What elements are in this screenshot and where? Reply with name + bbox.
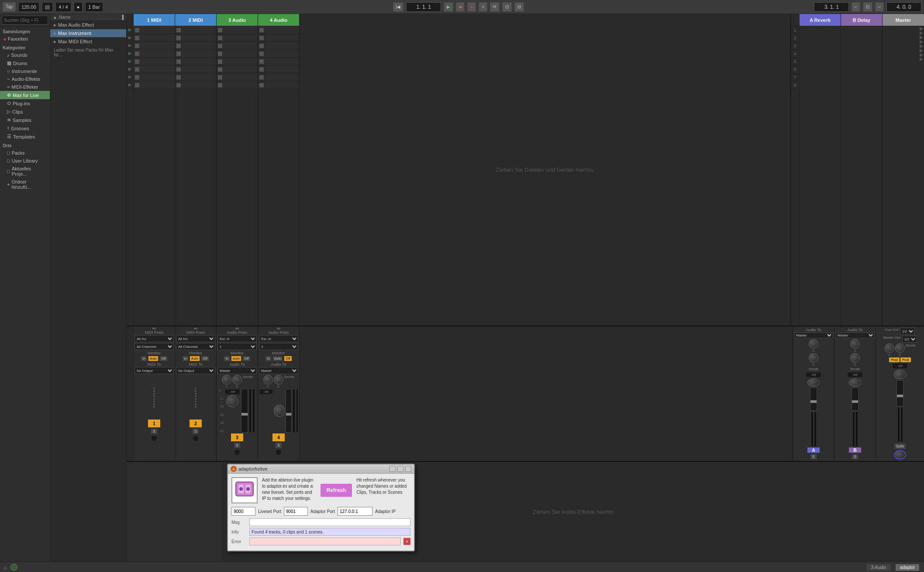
dialog-close-button[interactable]: × xyxy=(405,466,411,472)
post-btn-1[interactable]: Post xyxy=(889,357,900,362)
track-num-2[interactable]: 2 xyxy=(190,419,202,427)
all-channels-select-1[interactable]: All Channels xyxy=(134,343,174,350)
sidebar-item-grooves[interactable]: ⌇ Grooves xyxy=(0,124,50,132)
follow-button[interactable]: ⊟ xyxy=(514,2,524,12)
mon-in-4[interactable]: In xyxy=(265,356,272,361)
send-a-knob-4[interactable] xyxy=(263,375,273,385)
mon-off-2[interactable]: Off xyxy=(201,356,209,361)
scene-1-launch[interactable] xyxy=(127,26,133,34)
track-2-slot-8[interactable] xyxy=(175,81,216,89)
mon-auto-3[interactable]: Auto xyxy=(231,356,241,361)
scene-8-launch[interactable] xyxy=(127,81,133,89)
track-2-slot-2[interactable] xyxy=(175,34,216,42)
master-header[interactable]: Master xyxy=(883,14,924,26)
sidebar-item-clips[interactable]: ▷ Clips xyxy=(0,107,50,116)
track-3-slot-5[interactable] xyxy=(217,58,258,66)
sidebar-item-sounds[interactable]: ♪ Sounds xyxy=(0,51,50,59)
sidebar-item-midi-effects[interactable]: ≈ MIDI-Effekte xyxy=(0,83,50,91)
arm-btn-2[interactable] xyxy=(193,435,199,441)
scene-launch-7-right[interactable] xyxy=(920,53,923,57)
sidebar-item-templates[interactable]: ☰ Templates xyxy=(0,132,50,141)
track-num-1[interactable]: 1 xyxy=(148,419,160,427)
audio-input-select-3[interactable]: 1 xyxy=(217,343,257,350)
track-1-slot-2[interactable] xyxy=(134,34,175,42)
clip-start-marker[interactable]: ⌐ xyxy=(852,2,860,12)
solo-btn-1[interactable]: S xyxy=(151,428,158,434)
midi-to-select-2[interactable]: No Output xyxy=(176,367,215,374)
dialog-help-button[interactable]: ? xyxy=(390,466,396,472)
master-send-a[interactable] xyxy=(885,343,894,353)
track-4-header[interactable]: 4 Audio xyxy=(258,14,299,26)
end-position2-display[interactable]: 4. 0. 0 xyxy=(886,2,921,12)
track-1-header[interactable]: 1 MIDI xyxy=(134,14,175,26)
scene-launch-3-right[interactable] xyxy=(920,36,923,39)
track-4-slot-8[interactable] xyxy=(258,81,299,89)
track-2-slot-5[interactable] xyxy=(175,58,216,66)
bottom-tab-adaptor[interactable]: adaptor xyxy=(895,564,920,571)
fader-level-knob-a[interactable] xyxy=(807,378,820,387)
volume-fader-a[interactable] xyxy=(810,388,817,411)
scene-3-launch[interactable] xyxy=(127,42,133,50)
track-3-header[interactable]: 3 Audio xyxy=(217,14,258,26)
midi-from-select-1[interactable]: All Ins xyxy=(134,335,174,342)
browser-item-max-midi-effect[interactable]: ▶ Max MIDI Effect xyxy=(50,38,126,46)
scene-launch-1-right[interactable] xyxy=(920,27,923,31)
track-1-slot-5[interactable] xyxy=(134,58,175,66)
audio-from-select-3[interactable]: Ext. In xyxy=(217,335,257,342)
send-knob-a[interactable] xyxy=(809,339,818,349)
arm-btn-1[interactable] xyxy=(151,435,157,441)
sidebar-item-drums[interactable]: ▦ Drums xyxy=(0,59,50,67)
scene-6-launch[interactable] xyxy=(127,66,133,73)
refresh-button[interactable]: Refresh xyxy=(321,484,352,497)
midi-to-select-1[interactable]: No Output xyxy=(134,367,174,374)
scene-launch-2-right[interactable] xyxy=(920,31,923,35)
track-4-slot-2[interactable] xyxy=(258,34,299,42)
track-4-slot-5[interactable] xyxy=(258,58,299,66)
mon-auto-1[interactable]: Auto xyxy=(148,356,159,361)
scene-launch-6-right[interactable] xyxy=(920,49,923,52)
scene-7-launch[interactable] xyxy=(127,73,133,81)
send-knob-b[interactable] xyxy=(809,353,818,363)
audio-to-select-3[interactable]: Master xyxy=(217,367,257,374)
sidebar-item-samples[interactable]: ≋ Samples xyxy=(0,116,50,124)
loop-button[interactable]: ⟳ xyxy=(490,2,500,12)
solo-btn-b[interactable]: S xyxy=(852,454,858,460)
zoom-button[interactable]: ⊡ xyxy=(502,2,512,12)
send-b-knob-3[interactable] xyxy=(232,375,242,385)
solo-btn-4[interactable]: S xyxy=(275,442,282,448)
solo-btn-3[interactable]: S xyxy=(234,442,241,448)
solo-master[interactable]: Solo xyxy=(894,443,906,449)
send-knob-bb[interactable] xyxy=(850,353,860,363)
sidebar-item-user-library[interactable]: □ User Library xyxy=(0,157,50,165)
track-4-slot-6[interactable] xyxy=(258,66,299,73)
tap-button[interactable]: Tap xyxy=(3,2,16,12)
sidebar-item-plug-ins[interactable]: ⊙ Plug-ins xyxy=(0,99,50,107)
mon-in-2[interactable]: In xyxy=(182,356,189,361)
time-sig-display[interactable]: 4 / 4 xyxy=(55,2,71,12)
volume-fader-b[interactable] xyxy=(852,388,858,411)
add-button[interactable]: + xyxy=(479,2,487,12)
return-b-letter[interactable]: B xyxy=(849,447,861,453)
solo-btn-2[interactable]: S xyxy=(192,428,199,434)
master-send-b[interactable] xyxy=(895,343,905,353)
scene-launch-4-right[interactable] xyxy=(920,40,923,44)
return-a-letter[interactable]: A xyxy=(807,447,820,453)
cue-knob[interactable] xyxy=(894,450,906,460)
sidebar-item-packs[interactable]: □ Packs xyxy=(0,149,50,157)
audio-to-select-4[interactable]: Master xyxy=(259,367,298,374)
adaptor-port-input[interactable] xyxy=(284,507,308,516)
solo-btn-a[interactable]: S xyxy=(810,454,817,460)
mon-auto-2[interactable]: Auto xyxy=(190,356,200,361)
mon-auto-4[interactable]: Auto xyxy=(272,356,283,361)
track-3-slot-6[interactable] xyxy=(217,66,258,73)
return-b-header[interactable]: B Delay xyxy=(841,14,882,26)
track-1-slot-1[interactable] xyxy=(134,26,175,34)
error-input[interactable] xyxy=(249,537,401,545)
arm-btn-4[interactable] xyxy=(276,449,282,455)
volume-fader-3[interactable] xyxy=(241,389,248,433)
send-b-knob-4[interactable] xyxy=(274,375,283,385)
post-btn-2[interactable]: Post xyxy=(900,357,911,362)
track-4-slot-1[interactable] xyxy=(258,26,299,34)
track-num-4[interactable]: 4 xyxy=(272,433,285,441)
mon-off-3[interactable]: Off xyxy=(242,356,251,361)
